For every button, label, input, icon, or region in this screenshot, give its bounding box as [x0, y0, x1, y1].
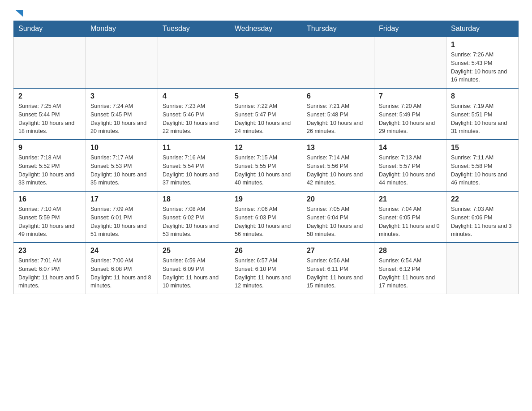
- day-info: Sunrise: 6:59 AM Sunset: 6:09 PM Dayligh…: [163, 257, 225, 290]
- day-number: 16: [18, 195, 81, 203]
- day-number: 5: [235, 92, 297, 100]
- day-info: Sunrise: 7:01 AM Sunset: 6:07 PM Dayligh…: [18, 257, 81, 290]
- day-info: Sunrise: 7:14 AM Sunset: 5:56 PM Dayligh…: [307, 154, 369, 187]
- day-number: 9: [18, 144, 81, 152]
- day-info: Sunrise: 6:54 AM Sunset: 6:12 PM Dayligh…: [379, 257, 442, 290]
- day-of-week-header: Tuesday: [158, 21, 230, 37]
- day-info: Sunrise: 7:15 AM Sunset: 5:55 PM Dayligh…: [235, 154, 297, 187]
- calendar-week-row: 16Sunrise: 7:10 AM Sunset: 5:59 PM Dayli…: [14, 191, 519, 243]
- day-number: 6: [307, 92, 369, 100]
- day-info: Sunrise: 7:18 AM Sunset: 5:52 PM Dayligh…: [18, 154, 81, 187]
- calendar-day-cell: [446, 243, 519, 294]
- calendar-week-row: 23Sunrise: 7:01 AM Sunset: 6:07 PM Dayli…: [14, 243, 519, 294]
- calendar-day-cell: 13Sunrise: 7:14 AM Sunset: 5:56 PM Dayli…: [302, 140, 374, 191]
- day-info: Sunrise: 7:00 AM Sunset: 6:08 PM Dayligh…: [90, 257, 153, 290]
- calendar-day-cell: 24Sunrise: 7:00 AM Sunset: 6:08 PM Dayli…: [86, 243, 158, 294]
- calendar-day-cell: 19Sunrise: 7:06 AM Sunset: 6:03 PM Dayli…: [230, 191, 302, 243]
- day-number: 3: [90, 92, 153, 100]
- day-info: Sunrise: 7:26 AM Sunset: 5:43 PM Dayligh…: [451, 51, 514, 84]
- calendar-day-cell: 1Sunrise: 7:26 AM Sunset: 5:43 PM Daylig…: [446, 37, 519, 88]
- day-number: 18: [163, 195, 225, 203]
- calendar-day-cell: [158, 37, 230, 88]
- calendar-day-cell: 12Sunrise: 7:15 AM Sunset: 5:55 PM Dayli…: [230, 140, 302, 191]
- calendar-day-cell: 23Sunrise: 7:01 AM Sunset: 6:07 PM Dayli…: [14, 243, 86, 294]
- day-info: Sunrise: 6:57 AM Sunset: 6:10 PM Dayligh…: [235, 257, 297, 290]
- calendar-day-cell: 22Sunrise: 7:03 AM Sunset: 6:06 PM Dayli…: [446, 191, 519, 243]
- day-number: 25: [163, 247, 225, 255]
- day-info: Sunrise: 7:17 AM Sunset: 5:53 PM Dayligh…: [90, 154, 153, 187]
- calendar-day-cell: [86, 37, 158, 88]
- calendar-day-cell: 3Sunrise: 7:24 AM Sunset: 5:45 PM Daylig…: [86, 88, 158, 140]
- logo: [13, 9, 24, 16]
- day-of-week-header: Saturday: [446, 21, 519, 37]
- calendar-day-cell: 7Sunrise: 7:20 AM Sunset: 5:49 PM Daylig…: [374, 88, 446, 140]
- page-header: [13, 9, 519, 16]
- day-number: 22: [451, 195, 514, 203]
- calendar-day-cell: 6Sunrise: 7:21 AM Sunset: 5:48 PM Daylig…: [302, 88, 374, 140]
- logo-arrow-icon: [14, 9, 24, 19]
- day-info: Sunrise: 7:10 AM Sunset: 5:59 PM Dayligh…: [18, 205, 81, 239]
- calendar-day-cell: 27Sunrise: 6:56 AM Sunset: 6:11 PM Dayli…: [302, 243, 374, 294]
- day-number: 12: [235, 144, 297, 152]
- day-number: 21: [379, 195, 442, 203]
- calendar-day-cell: 18Sunrise: 7:08 AM Sunset: 6:02 PM Dayli…: [158, 191, 230, 243]
- day-info: Sunrise: 7:16 AM Sunset: 5:54 PM Dayligh…: [163, 154, 225, 187]
- day-number: 1: [451, 41, 514, 49]
- day-number: 26: [235, 247, 297, 255]
- day-number: 28: [379, 247, 442, 255]
- day-info: Sunrise: 7:23 AM Sunset: 5:46 PM Dayligh…: [163, 102, 225, 136]
- day-number: 11: [163, 144, 225, 152]
- day-of-week-header: Sunday: [14, 21, 86, 37]
- calendar-day-cell: 9Sunrise: 7:18 AM Sunset: 5:52 PM Daylig…: [14, 140, 86, 191]
- day-info: Sunrise: 7:06 AM Sunset: 6:03 PM Dayligh…: [235, 205, 297, 239]
- day-number: 24: [90, 247, 153, 255]
- calendar-day-cell: 14Sunrise: 7:13 AM Sunset: 5:57 PM Dayli…: [374, 140, 446, 191]
- calendar-day-cell: 17Sunrise: 7:09 AM Sunset: 6:01 PM Dayli…: [86, 191, 158, 243]
- day-number: 19: [235, 195, 297, 203]
- day-info: Sunrise: 7:13 AM Sunset: 5:57 PM Dayligh…: [379, 154, 442, 187]
- calendar-day-cell: 21Sunrise: 7:04 AM Sunset: 6:05 PM Dayli…: [374, 191, 446, 243]
- calendar-day-cell: 20Sunrise: 7:05 AM Sunset: 6:04 PM Dayli…: [302, 191, 374, 243]
- calendar-day-cell: [14, 37, 86, 88]
- calendar-day-cell: 11Sunrise: 7:16 AM Sunset: 5:54 PM Dayli…: [158, 140, 230, 191]
- calendar-day-cell: [374, 37, 446, 88]
- day-info: Sunrise: 7:03 AM Sunset: 6:06 PM Dayligh…: [451, 205, 514, 239]
- calendar-day-cell: 16Sunrise: 7:10 AM Sunset: 5:59 PM Dayli…: [14, 191, 86, 243]
- calendar-week-row: 2Sunrise: 7:25 AM Sunset: 5:44 PM Daylig…: [14, 88, 519, 140]
- day-of-week-header: Monday: [86, 21, 158, 37]
- day-number: 8: [451, 92, 514, 100]
- day-of-week-header: Friday: [374, 21, 446, 37]
- calendar-day-cell: 2Sunrise: 7:25 AM Sunset: 5:44 PM Daylig…: [14, 88, 86, 140]
- day-number: 23: [18, 247, 81, 255]
- day-number: 14: [379, 144, 442, 152]
- day-of-week-header: Thursday: [302, 21, 374, 37]
- calendar-day-cell: 4Sunrise: 7:23 AM Sunset: 5:46 PM Daylig…: [158, 88, 230, 140]
- calendar-day-cell: 5Sunrise: 7:22 AM Sunset: 5:47 PM Daylig…: [230, 88, 302, 140]
- day-number: 15: [451, 144, 514, 152]
- day-number: 4: [163, 92, 225, 100]
- day-info: Sunrise: 6:56 AM Sunset: 6:11 PM Dayligh…: [307, 257, 369, 290]
- svg-marker-0: [15, 10, 23, 17]
- day-info: Sunrise: 7:20 AM Sunset: 5:49 PM Dayligh…: [379, 102, 442, 136]
- calendar-day-cell: 8Sunrise: 7:19 AM Sunset: 5:51 PM Daylig…: [446, 88, 519, 140]
- day-info: Sunrise: 7:09 AM Sunset: 6:01 PM Dayligh…: [90, 205, 153, 239]
- calendar-day-cell: 25Sunrise: 6:59 AM Sunset: 6:09 PM Dayli…: [158, 243, 230, 294]
- day-info: Sunrise: 7:19 AM Sunset: 5:51 PM Dayligh…: [451, 102, 514, 136]
- day-of-week-header: Wednesday: [230, 21, 302, 37]
- calendar-week-row: 1Sunrise: 7:26 AM Sunset: 5:43 PM Daylig…: [14, 37, 519, 88]
- calendar-day-cell: 10Sunrise: 7:17 AM Sunset: 5:53 PM Dayli…: [86, 140, 158, 191]
- day-number: 10: [90, 144, 153, 152]
- day-info: Sunrise: 7:21 AM Sunset: 5:48 PM Dayligh…: [307, 102, 369, 136]
- day-number: 7: [379, 92, 442, 100]
- calendar-header-row: SundayMondayTuesdayWednesdayThursdayFrid…: [14, 21, 519, 37]
- day-info: Sunrise: 7:05 AM Sunset: 6:04 PM Dayligh…: [307, 205, 369, 239]
- calendar-table: SundayMondayTuesdayWednesdayThursdayFrid…: [13, 21, 519, 294]
- day-info: Sunrise: 7:04 AM Sunset: 6:05 PM Dayligh…: [379, 205, 442, 239]
- day-info: Sunrise: 7:22 AM Sunset: 5:47 PM Dayligh…: [235, 102, 297, 136]
- calendar-day-cell: 15Sunrise: 7:11 AM Sunset: 5:58 PM Dayli…: [446, 140, 519, 191]
- calendar-week-row: 9Sunrise: 7:18 AM Sunset: 5:52 PM Daylig…: [14, 140, 519, 191]
- day-number: 13: [307, 144, 369, 152]
- day-number: 27: [307, 247, 369, 255]
- day-number: 2: [18, 92, 81, 100]
- calendar-day-cell: [230, 37, 302, 88]
